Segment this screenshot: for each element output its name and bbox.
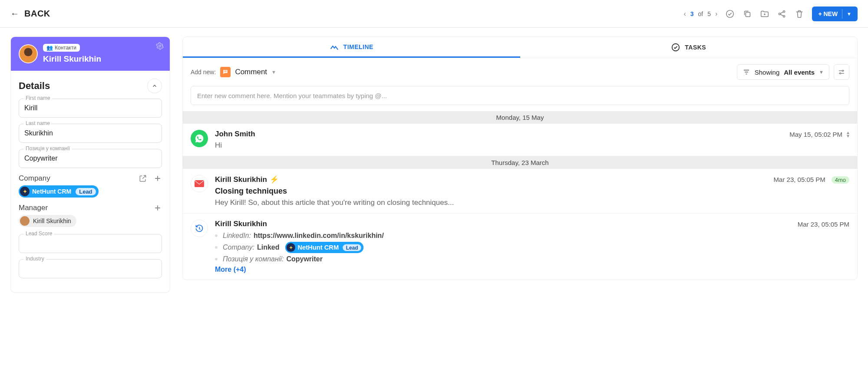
- svg-rect-8: [224, 72, 227, 72]
- position-field: Позиція у компанії: [19, 149, 162, 168]
- timeline-item-time: May 15, 05:02 PM: [789, 131, 842, 138]
- age-badge: 4mo: [832, 176, 849, 184]
- collapse-details[interactable]: [147, 79, 162, 93]
- last-name-input[interactable]: [19, 124, 162, 143]
- timeline-item-author: Kirill Skurikhin: [215, 220, 267, 228]
- timeline-item-time: Mar 23, 05:05 PM: [798, 221, 849, 228]
- manager-chip[interactable]: Kirill Skurikhin: [19, 215, 76, 227]
- check-circle-icon[interactable]: [725, 9, 735, 19]
- add-new-prefix: Add new:: [191, 69, 216, 76]
- chevron-down-icon: ▼: [819, 69, 824, 75]
- timeline-item-subject: Closing techniques: [215, 187, 849, 196]
- manager-chip-name: Kirill Skurikhin: [33, 217, 71, 224]
- avatar: [20, 216, 30, 226]
- first-name-field: First name: [19, 99, 162, 118]
- manager-section-label: Manager: [19, 204, 48, 212]
- lead-score-label: Lead Score: [24, 231, 54, 237]
- svg-rect-7: [224, 71, 227, 71]
- gear-icon[interactable]: [156, 42, 164, 50]
- filter-showing: Showing: [755, 69, 780, 76]
- tasks-icon: [671, 43, 680, 52]
- timeline-item-body: Hey Kirill! So, about this article that …: [215, 198, 849, 207]
- log-row: Company: Linked ✦ NetHunt CRM Lead: [215, 240, 849, 254]
- record-pager: ‹ 3 of 5 ›: [683, 10, 717, 18]
- pager-current: 3: [690, 10, 694, 17]
- comment-icon[interactable]: [220, 67, 231, 77]
- folder-move-icon[interactable]: [760, 9, 769, 19]
- svg-point-6: [672, 44, 680, 51]
- comment-type[interactable]: Comment: [235, 68, 267, 76]
- svg-point-0: [726, 10, 734, 17]
- pager-prev[interactable]: ‹: [683, 10, 686, 18]
- timeline-item-body: Hi: [215, 141, 849, 150]
- mail-icon: [191, 175, 208, 192]
- expand-toggle[interactable]: ▴▾: [847, 131, 849, 138]
- chevron-down-icon[interactable]: ▼: [847, 11, 851, 16]
- folder-badge[interactable]: 👥 Контакти: [43, 44, 80, 52]
- add-manager-icon[interactable]: [153, 204, 162, 212]
- trash-icon[interactable]: [795, 9, 804, 19]
- timeline-icon: [330, 42, 339, 52]
- industry-input[interactable]: [19, 259, 162, 278]
- timeline-item-time: Mar 23, 05:05 PM: [774, 176, 825, 183]
- timeline-item-whatsapp: John Smith May 15, 05:02 PM ▴▾ Hi: [183, 124, 857, 156]
- last-name-label: Last name: [24, 120, 52, 126]
- bolt-icon: ⚡: [270, 175, 279, 184]
- company-chip-name: NetHunt CRM: [32, 188, 71, 195]
- tune-icon[interactable]: [834, 64, 849, 80]
- company-chip[interactable]: ✦ NetHunt CRM Lead: [285, 242, 364, 253]
- timeline-item-log: Kirill Skurikhin Mar 23, 05:05 PM Linked…: [183, 214, 857, 280]
- position-input[interactable]: [19, 149, 162, 168]
- industry-field: Industry: [19, 259, 162, 278]
- date-separator: Monday, 15 May: [183, 111, 857, 124]
- details-heading: Details: [19, 80, 50, 92]
- pager-next[interactable]: ›: [715, 10, 717, 18]
- filter-value: All events: [784, 69, 815, 76]
- avatar: [19, 44, 38, 63]
- pager-of: of: [698, 10, 703, 17]
- log-row: LinkedIn: https://www.linkedin.com/in/ks…: [215, 231, 849, 240]
- company-logo-icon: ✦: [287, 243, 295, 252]
- comment-input[interactable]: [191, 86, 849, 105]
- back-button[interactable]: ← BACK: [10, 9, 50, 19]
- arrow-left-icon: ←: [10, 9, 19, 19]
- timeline-item-author: John Smith: [215, 130, 255, 138]
- tab-timeline[interactable]: TIMELINE: [183, 37, 520, 58]
- people-icon: 👥: [46, 45, 53, 51]
- new-button[interactable]: + NEW ▼: [812, 7, 858, 21]
- contact-header: 👥 Контакти Kirill Skurikhin: [11, 37, 170, 71]
- log-linkedin-value[interactable]: https://www.linkedin.com/in/kskurikhin/: [254, 232, 384, 240]
- svg-point-2: [779, 13, 781, 14]
- svg-point-9: [842, 70, 844, 72]
- whatsapp-icon: [191, 130, 208, 147]
- company-section-label: Company: [19, 174, 50, 183]
- company-chip-status: Lead: [76, 188, 96, 195]
- lead-score-input[interactable]: [19, 234, 162, 253]
- copy-icon[interactable]: [743, 9, 752, 19]
- svg-rect-1: [746, 12, 750, 16]
- date-separator: Thursday, 23 March: [183, 156, 857, 169]
- svg-point-3: [783, 10, 785, 12]
- first-name-label: First name: [24, 95, 52, 101]
- back-label: BACK: [24, 9, 50, 19]
- position-label: Позиція у компанії: [24, 145, 72, 152]
- share-icon[interactable]: [777, 9, 787, 19]
- chevron-down-icon[interactable]: ▼: [271, 69, 276, 75]
- events-filter[interactable]: Showing All events ▼: [737, 64, 829, 80]
- add-company-icon[interactable]: [153, 174, 162, 183]
- open-link-icon[interactable]: [139, 174, 147, 183]
- pager-total: 5: [707, 10, 711, 17]
- company-chip[interactable]: ✦ NetHunt CRM Lead: [19, 185, 99, 198]
- svg-point-10: [840, 73, 841, 74]
- log-row: Позиція у компанії: Copywriter: [215, 254, 849, 264]
- log-more[interactable]: More (+4): [215, 266, 849, 273]
- company-logo-icon: ✦: [20, 187, 30, 196]
- svg-point-5: [159, 45, 161, 47]
- first-name-input[interactable]: [19, 99, 162, 118]
- last-name-field: Last name: [19, 124, 162, 143]
- timeline-item-author: Kirill Skurikhin ⚡: [215, 175, 279, 184]
- tab-tasks[interactable]: TASKS: [520, 37, 858, 58]
- industry-label: Industry: [24, 256, 46, 262]
- timeline-item-email: Kirill Skurikhin ⚡ Mar 23, 05:05 PM 4mo …: [183, 169, 857, 214]
- svg-point-4: [783, 15, 785, 17]
